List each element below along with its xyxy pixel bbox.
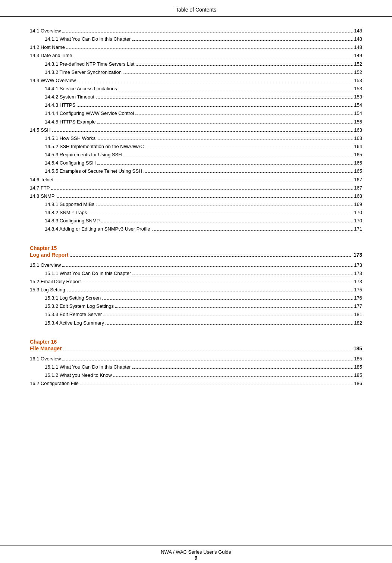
toc-entry: 14.3 Date and Time149 — [30, 52, 362, 59]
toc-entry: 14.3.1 Pre-defined NTP Time Servers List… — [30, 60, 362, 68]
toc-dots — [82, 283, 353, 283]
toc-entry-page: 152 — [354, 60, 362, 68]
toc-dots — [97, 140, 352, 140]
toc-entry-page: 148 — [354, 35, 362, 43]
toc-dots — [132, 275, 352, 275]
toc-entry: 14.8.2 SNMP Traps170 — [30, 209, 362, 216]
toc-dots — [113, 376, 352, 377]
toc-entry: 14.5.1 How SSH Works163 — [30, 135, 362, 142]
toc-entry-label: 14.4.3 HTTPS — [45, 101, 75, 109]
toc-entry: 14.5.3 Requirements for Using SSH165 — [30, 151, 362, 159]
toc-dots — [80, 385, 352, 385]
toc-entry-label: 14.5.4 Configuring SSH — [45, 159, 96, 167]
toc-entry: 15.2 Email Daily Report173 — [30, 278, 362, 285]
toc-dots — [62, 360, 352, 360]
toc-entry-page: 173 — [354, 278, 362, 285]
toc-entry: 14.5.4 Configuring SSH165 — [30, 159, 362, 167]
toc-entry: 14.5.2 SSH Implementation on the NWA/WAC… — [30, 143, 362, 150]
chapter15-heading: Chapter 15 — [30, 245, 362, 251]
toc-entry: 14.7 FTP167 — [30, 184, 362, 192]
toc-entry: 14.8.4 Adding or Editing an SNMPv3 User … — [30, 225, 362, 233]
chapter16-dots — [63, 350, 352, 350]
chapter14-entries: 14.1 Overview14814.1.1 What You Can Do i… — [30, 27, 362, 233]
toc-entry-label: 16.1.1 What You Can Do in this Chapter — [45, 363, 131, 371]
toc-entry-page: 185 — [354, 372, 362, 379]
toc-dots — [96, 206, 352, 206]
toc-entry: 14.4.3 HTTPS154 — [30, 101, 362, 109]
toc-entry-label: 14.7 FTP — [30, 184, 50, 192]
toc-entry-label: 14.5.2 SSH Implementation on the NWA/WAC — [45, 143, 144, 150]
toc-entry: 14.4.2 System Timeout153 — [30, 93, 362, 101]
toc-entry-page: 153 — [354, 85, 362, 93]
toc-entry-page: 177 — [354, 303, 362, 310]
toc-entry-page: 181 — [354, 311, 362, 318]
toc-entry-page: 154 — [354, 101, 362, 109]
toc-entry-page: 170 — [354, 209, 362, 216]
toc-entry-label: 14.8 SNMP — [30, 193, 54, 200]
toc-entry-label: 14.8.2 SNMP Traps — [45, 209, 87, 216]
toc-dots — [103, 316, 352, 316]
toc-entry-label: 14.1 Overview — [30, 27, 61, 35]
toc-entry-page: 167 — [354, 184, 362, 192]
toc-entry: 14.5.5 Examples of Secure Telnet Using S… — [30, 168, 362, 175]
chapter16-title: File Manager — [30, 345, 62, 351]
chapter16-title-line: File Manager 185 — [30, 345, 362, 351]
toc-entry: 14.3.2 Time Server Synchronization152 — [30, 69, 362, 76]
toc-entry-page: 171 — [354, 225, 362, 233]
toc-entry: 16.1.1 What You Can Do in this Chapter18… — [30, 363, 362, 371]
toc-dots — [73, 57, 352, 57]
footer-subtitle: NWA / WAC Series User's Guide — [161, 549, 231, 555]
toc-entry-label: 15.3.4 Active Log Summary — [45, 319, 104, 327]
toc-entry-page: 185 — [354, 355, 362, 363]
toc-entry-page: 175 — [354, 286, 362, 294]
toc-entry: 14.1.1 What You Can Do in this Chapter14… — [30, 35, 362, 43]
toc-entry: 14.8.1 Supported MIBs169 — [30, 201, 362, 208]
toc-entry-label: 14.6 Telnet — [30, 176, 53, 184]
toc-entry-label: 14.8.3 Configuring SNMP — [45, 217, 100, 225]
toc-entry-page: 165 — [354, 168, 362, 175]
toc-entry-label: 14.5 SSH — [30, 126, 51, 134]
toc-entry-label: 16.2 Configuration File — [30, 380, 79, 387]
toc-dots — [102, 299, 352, 300]
page-header: Table of Contents — [0, 0, 392, 17]
chapter16-label: Chapter 16 — [30, 339, 362, 345]
toc-entry: 14.4.4 Configuring WWW Service Control15… — [30, 110, 362, 117]
toc-entry-page: 182 — [354, 319, 362, 327]
toc-entry: 14.2 Host Name148 — [30, 44, 362, 51]
toc-entry-page: 149 — [354, 52, 362, 59]
toc-entry-page: 163 — [354, 135, 362, 142]
toc-entry: 16.1 Overview185 — [30, 355, 362, 363]
toc-entry-label: 14.5.5 Examples of Secure Telnet Using S… — [45, 168, 142, 175]
toc-dots — [67, 291, 353, 291]
toc-entry: 14.1 Overview148 — [30, 27, 362, 35]
toc-entry-page: 153 — [354, 93, 362, 101]
chapter15-title-line: Log and Report 173 — [30, 252, 362, 258]
toc-entry-label: 14.8.1 Supported MIBs — [45, 201, 94, 208]
toc-dots — [135, 115, 352, 115]
toc-entry-label: 14.4.2 System Timeout — [45, 93, 94, 101]
toc-entry: 15.1 Overview173 — [30, 262, 362, 269]
toc-dots — [62, 32, 352, 32]
chapter15-entries: 15.1 Overview17315.1.1 What You Can Do I… — [30, 262, 362, 327]
chapter15-page: 173 — [354, 252, 362, 258]
toc-entry: 14.4.5 HTTPS Example155 — [30, 118, 362, 126]
toc-dots — [56, 197, 352, 198]
toc-dots — [145, 148, 353, 148]
toc-dots — [132, 368, 353, 369]
page-footer: NWA / WAC Series User's Guide 9 — [0, 545, 392, 563]
toc-entry-label: 14.3.1 Pre-defined NTP Time Servers List — [45, 60, 134, 68]
toc-entry-label: 14.4.4 Configuring WWW Service Control — [45, 110, 134, 117]
toc-entry: 15.3.2 Edit System Log Settings177 — [30, 303, 362, 310]
header-title: Table of Contents — [176, 7, 216, 13]
chapter15-label: Chapter 15 — [30, 245, 362, 251]
toc-entry: 15.3.4 Active Log Summary182 — [30, 319, 362, 327]
toc-content: 14.1 Overview14814.1.1 What You Can Do i… — [0, 17, 392, 545]
toc-entry: 14.6 Telnet167 — [30, 176, 362, 184]
toc-dots — [55, 181, 352, 181]
toc-entry: 15.3.1 Log Setting Screen176 — [30, 294, 362, 302]
toc-entry: 15.1.1 What You Can Do In this Chapter17… — [30, 270, 362, 277]
toc-entry-page: 168 — [354, 193, 362, 200]
toc-entry-label: 14.4 WWW Overview — [30, 77, 76, 84]
chapter16-page: 185 — [354, 345, 362, 351]
toc-dots — [88, 214, 352, 214]
